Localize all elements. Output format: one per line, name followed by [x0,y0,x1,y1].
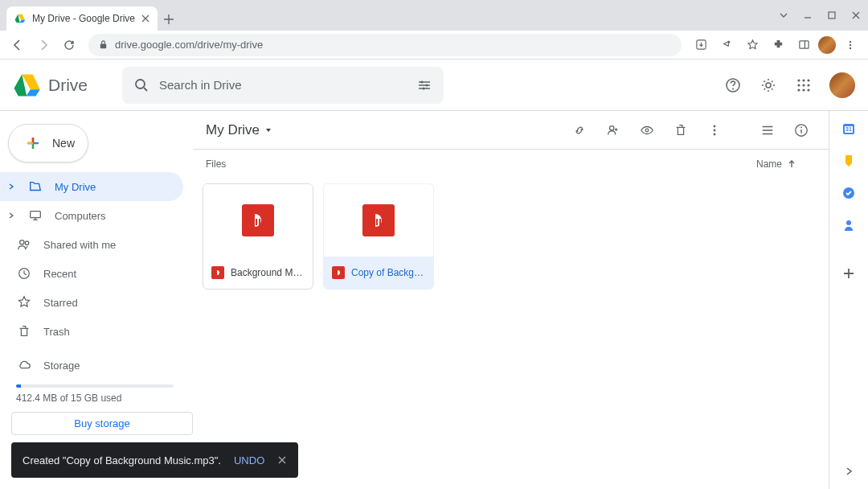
main-area: My Drive Files Name [193,111,829,489]
collapse-panel-icon[interactable] [841,463,857,479]
nav-label: Storage [43,360,174,372]
svg-rect-1 [100,44,106,49]
file-preview [203,184,313,257]
account-avatar[interactable] [829,72,855,98]
share-person-icon[interactable] [599,116,628,145]
svg-point-11 [426,84,428,86]
tab-title: My Drive - Google Drive [32,13,135,24]
audio-icon [362,204,395,236]
file-name: Copy of Background Music.... [351,267,425,278]
browser-tab[interactable]: My Drive - Google Drive [6,6,158,31]
bookmark-icon[interactable] [741,34,764,56]
list-view-icon[interactable] [753,116,782,145]
delete-icon[interactable] [666,116,695,145]
browser-menu-icon[interactable] [839,34,862,56]
tab-close-icon[interactable] [141,14,149,23]
reload-button[interactable] [58,34,80,56]
svg-rect-39 [379,219,381,225]
browser-tab-strip: My Drive - Google Drive [0,0,868,31]
chevron-down-icon[interactable] [772,0,796,31]
search-options-icon[interactable] [416,77,432,93]
file-name: Background Music.mp3 [231,267,305,278]
settings-icon[interactable] [754,71,783,100]
help-icon[interactable] [719,71,747,100]
file-card[interactable]: Copy of Background Music.... [323,183,434,290]
drive-product-name: Drive [48,76,88,95]
chevron-right-icon[interactable] [6,183,16,191]
extension-icon[interactable] [767,34,789,56]
breadcrumb[interactable]: My Drive [206,122,272,138]
sort-by-name[interactable]: Name [756,158,796,170]
file-card[interactable]: Background Music.mp3 [203,183,313,290]
svg-point-18 [807,79,809,81]
svg-point-17 [802,79,805,81]
install-icon[interactable] [690,34,712,56]
get-link-icon[interactable] [565,116,594,145]
contacts-icon[interactable] [841,217,857,233]
svg-point-29 [610,125,614,129]
toast-close-icon[interactable] [277,455,287,465]
keep-icon[interactable] [841,153,857,169]
browser-profile-avatar[interactable] [818,36,836,54]
sidebar-item-trash[interactable]: Trash [0,317,183,346]
add-panel-icon[interactable] [841,265,857,281]
toast-undo-button[interactable]: UNDO [234,454,264,466]
close-window-icon[interactable] [844,0,868,31]
svg-rect-25 [31,212,41,218]
nav-label: Starred [43,297,174,309]
calendar-icon[interactable]: 31 [841,121,857,137]
svg-point-33 [714,133,716,135]
tasks-icon[interactable] [841,185,857,201]
toast: Created "Copy of Background Music.mp3". … [11,442,298,478]
cloud-icon [16,357,32,373]
panel-icon[interactable] [792,34,815,56]
svg-point-6 [850,40,851,42]
breadcrumb-label: My Drive [206,122,260,138]
nav-label: My Drive [55,181,174,193]
window-controls [772,0,868,31]
files-heading: Files [206,158,756,170]
svg-point-23 [802,88,805,91]
storage-text: 412.4 MB of 15 GB used [16,392,193,404]
svg-point-12 [423,87,425,89]
sidebar-item-my-drive[interactable]: My Drive [0,172,183,201]
chevron-down-icon [264,126,272,134]
svg-text:31: 31 [845,126,852,132]
maximize-icon[interactable] [820,0,844,31]
search-bar[interactable]: Search in Drive [122,67,444,104]
more-actions-icon[interactable] [700,116,729,145]
preview-icon[interactable] [633,116,661,145]
toolbar: My Drive [193,111,829,150]
sidebar-item-starred[interactable]: Starred [0,288,183,317]
back-button[interactable] [6,34,29,56]
new-tab-button[interactable] [158,8,180,31]
svg-point-30 [645,129,649,132]
browser-address-bar: drive.google.com/drive/my-drive [0,31,868,60]
chevron-right-icon[interactable] [6,212,16,220]
drive-logo-area[interactable]: Drive [13,71,117,100]
star-icon [16,294,32,310]
files-grid: Background Music.mp3 Copy of Background … [193,179,829,294]
new-button[interactable]: New [8,124,88,162]
svg-rect-37 [259,219,260,225]
drive-header: Drive Search in Drive [0,60,868,111]
storage-bar [16,384,174,388]
apps-icon[interactable] [789,71,818,100]
minimize-icon[interactable] [796,0,820,31]
audio-file-icon [332,266,345,279]
file-preview [324,184,433,257]
sidebar-item-computers[interactable]: Computers [0,201,183,230]
sidebar-item-storage[interactable]: Storage [0,351,183,380]
sidebar-item-recent[interactable]: Recent [0,259,183,288]
svg-point-26 [20,240,24,244]
svg-point-44 [846,220,851,225]
share-icon[interactable] [715,34,738,56]
url-bar[interactable]: drive.google.com/drive/my-drive [88,34,682,56]
forward-button[interactable] [32,34,55,56]
nav-label: Shared with me [43,239,174,251]
shared-icon [16,236,32,253]
sidebar-item-shared[interactable]: Shared with me [0,230,183,259]
info-icon[interactable] [787,116,816,145]
buy-storage-button[interactable]: Buy storage [11,412,193,435]
svg-rect-4 [799,41,808,48]
